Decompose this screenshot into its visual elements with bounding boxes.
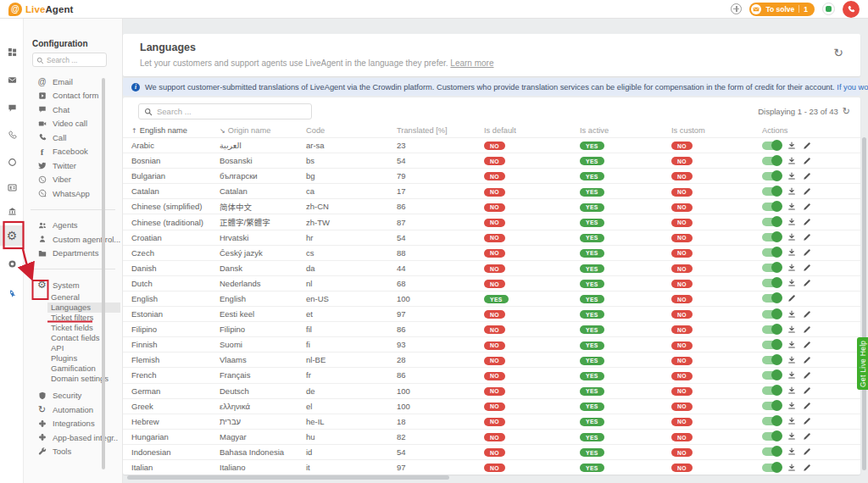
edit-icon[interactable] — [802, 340, 811, 349]
sidebar-item-plugins[interactable]: Plugins — [24, 353, 122, 364]
download-icon[interactable] — [787, 370, 796, 380]
refresh-icon[interactable]: ↻ — [843, 107, 850, 116]
active-toggle[interactable] — [762, 142, 781, 150]
active-toggle[interactable] — [762, 248, 781, 257]
active-toggle[interactable] — [762, 218, 781, 226]
refresh-icon[interactable]: ↻ — [833, 47, 843, 58]
download-icon[interactable] — [787, 233, 796, 242]
table-search-input[interactable] — [157, 107, 306, 116]
edit-icon[interactable] — [802, 386, 811, 396]
edit-icon[interactable] — [802, 171, 811, 180]
sidebar-item-call[interactable]: Call — [24, 130, 122, 145]
column-header-translated[interactable]: Translated [%] — [397, 126, 484, 135]
active-toggle[interactable] — [762, 310, 781, 319]
sidebar-item-agents[interactable]: Agents — [24, 219, 122, 233]
active-toggle[interactable] — [762, 464, 781, 472]
sidebar-item-security[interactable]: Security — [24, 389, 122, 403]
active-toggle[interactable] — [762, 172, 781, 180]
active-toggle[interactable] — [762, 447, 781, 456]
edit-icon[interactable] — [802, 325, 811, 334]
active-toggle[interactable] — [762, 294, 781, 303]
sidebar-item-general[interactable]: General — [24, 292, 122, 303]
download-icon[interactable] — [787, 171, 796, 180]
rail-item-academy[interactable] — [0, 202, 24, 222]
active-toggle[interactable] — [762, 157, 781, 165]
edit-icon[interactable] — [802, 248, 811, 258]
download-icon[interactable] — [787, 141, 796, 150]
download-icon[interactable] — [787, 432, 796, 441]
download-icon[interactable] — [787, 264, 796, 273]
sidebar-item-integrations[interactable]: Integrations — [24, 417, 122, 431]
sidebar-item-viber[interactable]: Viber — [24, 173, 122, 187]
active-toggle[interactable] — [762, 325, 781, 334]
edit-icon[interactable] — [802, 432, 811, 441]
download-icon[interactable] — [787, 156, 796, 165]
download-icon[interactable] — [787, 355, 796, 364]
sidebar-item-ticket-filters[interactable]: Ticket filters — [24, 313, 122, 323]
edit-icon[interactable] — [802, 141, 811, 150]
download-icon[interactable] — [787, 447, 796, 457]
download-icon[interactable] — [787, 309, 796, 319]
sidebar-item-tools[interactable]: Tools — [24, 445, 122, 459]
sidebar-item-video-call[interactable]: Video call — [24, 117, 122, 131]
sidebar-item-departments[interactable]: Departments — [24, 247, 122, 261]
edit-icon[interactable] — [802, 402, 811, 411]
active-toggle[interactable] — [762, 386, 781, 395]
rail-item-chat[interactable] — [0, 98, 24, 119]
edit-icon[interactable] — [802, 370, 811, 380]
sidebar-item-system[interactable]: ⚙System — [24, 278, 122, 292]
sidebar-item-contact-fields[interactable]: Contact fields — [24, 333, 122, 343]
column-header-actions[interactable]: Actions — [762, 126, 852, 135]
active-toggle[interactable] — [762, 432, 781, 441]
sidebar-item-languages[interactable]: Languages — [47, 303, 120, 313]
page-scrollbar[interactable] — [862, 137, 866, 470]
active-toggle[interactable] — [762, 341, 781, 349]
download-icon[interactable] — [787, 417, 796, 426]
download-icon[interactable] — [787, 248, 796, 258]
active-toggle[interactable] — [762, 371, 781, 380]
edit-icon[interactable] — [802, 279, 811, 288]
download-icon[interactable] — [787, 340, 796, 349]
download-icon[interactable] — [787, 325, 796, 334]
sidebar-item-email[interactable]: @Email — [24, 75, 122, 89]
sidebar-item-contact-form[interactable]: Contact form — [24, 89, 122, 103]
active-toggle[interactable] — [762, 203, 781, 211]
column-header-code[interactable]: Code — [306, 126, 397, 135]
edit-icon[interactable] — [787, 294, 796, 303]
rail-item-setup[interactable] — [0, 254, 24, 275]
column-header-origin-name[interactable]: ↘Origin name — [220, 126, 306, 135]
edit-icon[interactable] — [802, 218, 811, 227]
add-new-icon[interactable] — [731, 3, 742, 14]
active-toggle[interactable] — [762, 233, 781, 242]
sidebar-item-automation[interactable]: ↻Automation — [24, 402, 122, 417]
get-live-help-button[interactable]: Get Live Help — [857, 337, 868, 390]
active-toggle[interactable] — [762, 187, 781, 196]
edit-icon[interactable] — [802, 264, 811, 273]
sidebar-search-input[interactable] — [47, 56, 96, 64]
sidebar-scrollbar[interactable] — [102, 78, 105, 469]
edit-icon[interactable] — [802, 156, 811, 165]
active-toggle[interactable] — [762, 264, 781, 272]
sidebar-item-app-based-integr[interactable]: App-based integr.. — [24, 430, 122, 445]
column-header-english-name[interactable]: ↑English name — [131, 126, 220, 135]
learn-more-link[interactable]: Learn more — [450, 58, 493, 68]
sidebar-item-chat[interactable]: Chat — [24, 103, 122, 117]
agent-status-icon[interactable] — [822, 3, 835, 15]
active-toggle[interactable] — [762, 356, 781, 364]
table-search[interactable] — [138, 103, 312, 119]
column-header-is-custom[interactable]: Is custom — [671, 126, 762, 135]
sidebar-item-facebook[interactable]: fFacebook — [24, 145, 122, 159]
active-toggle[interactable] — [762, 279, 781, 287]
download-icon[interactable] — [787, 202, 796, 211]
rail-item-contacts[interactable] — [0, 178, 24, 198]
download-icon[interactable] — [787, 463, 796, 472]
rail-item-phone[interactable] — [0, 125, 24, 146]
rail-item-dashboard[interactable] — [0, 42, 24, 63]
call-status-button[interactable] — [843, 1, 860, 18]
column-header-is-default[interactable]: Is default — [484, 126, 580, 135]
rail-item-history[interactable] — [0, 153, 24, 173]
banner-link[interactable]: If you would like to contribute to the t… — [837, 83, 868, 92]
download-icon[interactable] — [787, 279, 796, 288]
sidebar-item-custom-agent-rol[interactable]: Custom agent rol... — [24, 232, 122, 247]
download-icon[interactable] — [787, 218, 796, 227]
